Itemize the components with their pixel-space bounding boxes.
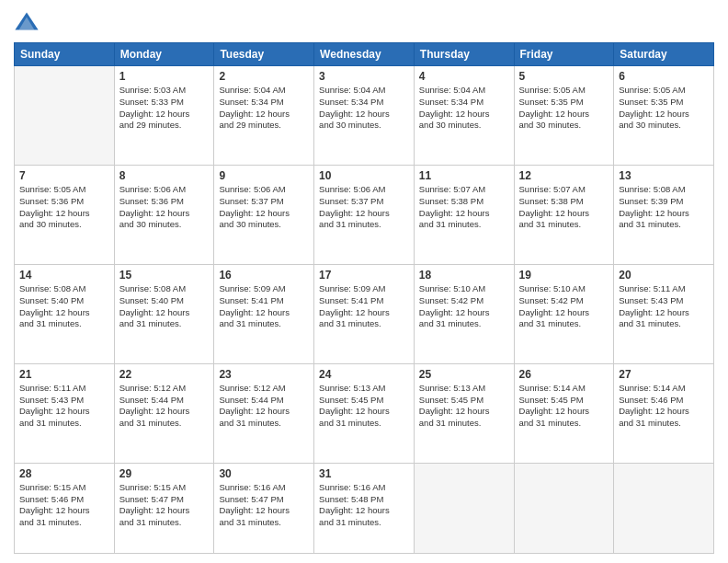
calendar-cell xyxy=(514,463,614,553)
day-info: Sunrise: 5:13 AMSunset: 5:45 PMDaylight:… xyxy=(319,383,409,430)
day-info: Sunrise: 5:13 AMSunset: 5:45 PMDaylight:… xyxy=(419,383,509,430)
calendar-cell: 24Sunrise: 5:13 AMSunset: 5:45 PMDayligh… xyxy=(314,363,415,463)
day-info: Sunrise: 5:08 AMSunset: 5:40 PMDaylight:… xyxy=(19,283,109,330)
day-number: 9 xyxy=(219,169,309,182)
calendar-cell: 20Sunrise: 5:11 AMSunset: 5:43 PMDayligh… xyxy=(614,264,714,363)
logo-icon xyxy=(14,9,40,35)
day-number: 27 xyxy=(619,368,709,381)
day-number: 5 xyxy=(519,70,609,83)
day-number: 12 xyxy=(519,169,609,182)
calendar-cell: 26Sunrise: 5:14 AMSunset: 5:45 PMDayligh… xyxy=(514,363,614,463)
day-info: Sunrise: 5:12 AMSunset: 5:44 PMDaylight:… xyxy=(219,383,309,430)
day-number: 1 xyxy=(119,70,210,83)
calendar-day-header: Wednesday xyxy=(314,43,415,66)
calendar-cell: 18Sunrise: 5:10 AMSunset: 5:42 PMDayligh… xyxy=(414,264,514,363)
calendar-cell: 22Sunrise: 5:12 AMSunset: 5:44 PMDayligh… xyxy=(114,363,214,463)
day-number: 21 xyxy=(19,368,109,381)
day-info: Sunrise: 5:08 AMSunset: 5:40 PMDaylight:… xyxy=(119,283,210,330)
day-info: Sunrise: 5:16 AMSunset: 5:48 PMDaylight:… xyxy=(319,482,409,529)
calendar-cell: 15Sunrise: 5:08 AMSunset: 5:40 PMDayligh… xyxy=(114,264,214,363)
day-number: 31 xyxy=(319,467,409,480)
calendar-cell: 1Sunrise: 5:03 AMSunset: 5:33 PMDaylight… xyxy=(114,66,214,166)
day-info: Sunrise: 5:11 AMSunset: 5:43 PMDaylight:… xyxy=(19,383,109,430)
calendar-week-row: 28Sunrise: 5:15 AMSunset: 5:46 PMDayligh… xyxy=(15,463,714,553)
calendar-cell: 23Sunrise: 5:12 AMSunset: 5:44 PMDayligh… xyxy=(214,363,314,463)
day-info: Sunrise: 5:04 AMSunset: 5:34 PMDaylight:… xyxy=(419,85,509,132)
calendar-week-row: 1Sunrise: 5:03 AMSunset: 5:33 PMDaylight… xyxy=(15,66,714,166)
day-number: 30 xyxy=(219,467,309,480)
day-info: Sunrise: 5:03 AMSunset: 5:33 PMDaylight:… xyxy=(119,85,210,132)
logo xyxy=(14,9,43,35)
calendar-cell: 21Sunrise: 5:11 AMSunset: 5:43 PMDayligh… xyxy=(15,363,115,463)
calendar-cell: 28Sunrise: 5:15 AMSunset: 5:46 PMDayligh… xyxy=(15,463,115,553)
calendar-week-row: 7Sunrise: 5:05 AMSunset: 5:36 PMDaylight… xyxy=(15,165,714,264)
calendar-table: SundayMondayTuesdayWednesdayThursdayFrid… xyxy=(14,42,714,554)
calendar-cell xyxy=(15,66,115,166)
day-number: 25 xyxy=(419,368,509,381)
day-number: 11 xyxy=(419,169,509,182)
day-number: 20 xyxy=(619,269,709,282)
day-number: 8 xyxy=(119,169,210,182)
calendar-cell: 25Sunrise: 5:13 AMSunset: 5:45 PMDayligh… xyxy=(414,363,514,463)
calendar-cell: 8Sunrise: 5:06 AMSunset: 5:36 PMDaylight… xyxy=(114,165,214,264)
day-info: Sunrise: 5:10 AMSunset: 5:42 PMDaylight:… xyxy=(419,283,509,330)
calendar-cell: 6Sunrise: 5:05 AMSunset: 5:35 PMDaylight… xyxy=(614,66,714,166)
day-info: Sunrise: 5:14 AMSunset: 5:46 PMDaylight:… xyxy=(619,383,709,430)
day-info: Sunrise: 5:07 AMSunset: 5:38 PMDaylight:… xyxy=(519,184,609,231)
calendar-day-header: Friday xyxy=(514,43,614,66)
day-info: Sunrise: 5:10 AMSunset: 5:42 PMDaylight:… xyxy=(519,283,609,330)
day-info: Sunrise: 5:05 AMSunset: 5:35 PMDaylight:… xyxy=(519,85,609,132)
calendar-cell: 16Sunrise: 5:09 AMSunset: 5:41 PMDayligh… xyxy=(214,264,314,363)
calendar-header-row: SundayMondayTuesdayWednesdayThursdayFrid… xyxy=(15,43,714,66)
calendar-cell xyxy=(614,463,714,553)
day-number: 2 xyxy=(219,70,309,83)
day-number: 3 xyxy=(319,70,409,83)
day-number: 24 xyxy=(319,368,409,381)
day-number: 28 xyxy=(19,467,109,480)
calendar-day-header: Monday xyxy=(114,43,214,66)
day-info: Sunrise: 5:04 AMSunset: 5:34 PMDaylight:… xyxy=(219,85,309,132)
day-number: 13 xyxy=(619,169,709,182)
calendar-cell xyxy=(414,463,514,553)
calendar-cell: 19Sunrise: 5:10 AMSunset: 5:42 PMDayligh… xyxy=(514,264,614,363)
day-number: 19 xyxy=(519,269,609,282)
day-number: 23 xyxy=(219,368,309,381)
calendar-cell: 7Sunrise: 5:05 AMSunset: 5:36 PMDaylight… xyxy=(15,165,115,264)
day-info: Sunrise: 5:05 AMSunset: 5:36 PMDaylight:… xyxy=(19,184,109,231)
calendar-day-header: Sunday xyxy=(15,43,115,66)
calendar-cell: 13Sunrise: 5:08 AMSunset: 5:39 PMDayligh… xyxy=(614,165,714,264)
day-number: 10 xyxy=(319,169,409,182)
page: SundayMondayTuesdayWednesdayThursdayFrid… xyxy=(0,0,728,563)
day-info: Sunrise: 5:12 AMSunset: 5:44 PMDaylight:… xyxy=(119,383,210,430)
day-info: Sunrise: 5:06 AMSunset: 5:37 PMDaylight:… xyxy=(319,184,409,231)
calendar-cell: 31Sunrise: 5:16 AMSunset: 5:48 PMDayligh… xyxy=(314,463,415,553)
calendar-cell: 11Sunrise: 5:07 AMSunset: 5:38 PMDayligh… xyxy=(414,165,514,264)
day-number: 16 xyxy=(219,269,309,282)
calendar-cell: 14Sunrise: 5:08 AMSunset: 5:40 PMDayligh… xyxy=(15,264,115,363)
calendar-week-row: 14Sunrise: 5:08 AMSunset: 5:40 PMDayligh… xyxy=(15,264,714,363)
calendar-cell: 4Sunrise: 5:04 AMSunset: 5:34 PMDaylight… xyxy=(414,66,514,166)
calendar-day-header: Saturday xyxy=(614,43,714,66)
day-number: 6 xyxy=(619,70,709,83)
day-info: Sunrise: 5:14 AMSunset: 5:45 PMDaylight:… xyxy=(519,383,609,430)
day-info: Sunrise: 5:09 AMSunset: 5:41 PMDaylight:… xyxy=(319,283,409,330)
calendar-cell: 2Sunrise: 5:04 AMSunset: 5:34 PMDaylight… xyxy=(214,66,314,166)
day-info: Sunrise: 5:09 AMSunset: 5:41 PMDaylight:… xyxy=(219,283,309,330)
calendar-cell: 30Sunrise: 5:16 AMSunset: 5:47 PMDayligh… xyxy=(214,463,314,553)
day-info: Sunrise: 5:11 AMSunset: 5:43 PMDaylight:… xyxy=(619,283,709,330)
day-number: 29 xyxy=(119,467,210,480)
calendar-cell: 27Sunrise: 5:14 AMSunset: 5:46 PMDayligh… xyxy=(614,363,714,463)
day-number: 17 xyxy=(319,269,409,282)
day-info: Sunrise: 5:04 AMSunset: 5:34 PMDaylight:… xyxy=(319,85,409,132)
day-info: Sunrise: 5:08 AMSunset: 5:39 PMDaylight:… xyxy=(619,184,709,231)
calendar-cell: 17Sunrise: 5:09 AMSunset: 5:41 PMDayligh… xyxy=(314,264,415,363)
day-number: 26 xyxy=(519,368,609,381)
day-number: 22 xyxy=(119,368,210,381)
calendar-cell: 29Sunrise: 5:15 AMSunset: 5:47 PMDayligh… xyxy=(114,463,214,553)
calendar-cell: 12Sunrise: 5:07 AMSunset: 5:38 PMDayligh… xyxy=(514,165,614,264)
day-info: Sunrise: 5:15 AMSunset: 5:47 PMDaylight:… xyxy=(119,482,210,529)
day-number: 14 xyxy=(19,269,109,282)
calendar-day-header: Tuesday xyxy=(214,43,314,66)
day-number: 18 xyxy=(419,269,509,282)
day-number: 4 xyxy=(419,70,509,83)
